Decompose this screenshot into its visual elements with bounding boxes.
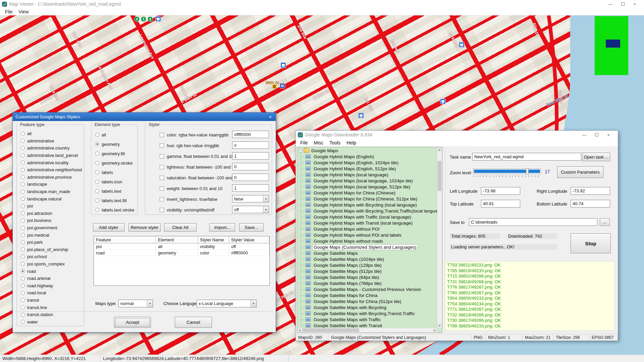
radio-icon[interactable] [21, 175, 25, 179]
tree-item[interactable]: Google Hybrid Maps with Bicycling (local… [298, 202, 437, 208]
stop-button[interactable]: Stop [571, 233, 611, 253]
tree-item[interactable]: Google Hybrid Maps (local language, 512p… [298, 184, 437, 190]
tree-item[interactable]: Google Satellite Maps (1024px tile) [298, 256, 437, 262]
table-row[interactable]: poi all visibility off [94, 243, 269, 250]
radio-icon[interactable] [21, 320, 25, 324]
radio-icon[interactable] [95, 189, 99, 193]
map-viewer-titlebar[interactable]: Map Viewer - C:\downloads\NewYork_red_ro… [0, 0, 644, 8]
radio-icon[interactable] [95, 152, 99, 156]
radio-icon[interactable] [21, 211, 25, 215]
radio-icon[interactable] [95, 142, 99, 146]
styler-value-field[interactable]: 1 ▼ [232, 152, 269, 160]
tree-item[interactable]: Google Satellite Maps (128px tile) [298, 262, 437, 268]
styler-value-field[interactable]: 0 ▼ [232, 174, 269, 181]
radio-icon[interactable] [95, 161, 99, 165]
radio-icon[interactable] [21, 240, 25, 244]
radio-icon[interactable] [21, 262, 25, 266]
element-type-option[interactable]: geometry [91, 139, 138, 149]
tree-item[interactable]: Google Hybrid Maps (local language, 1024… [298, 178, 437, 184]
styler-checkbox[interactable] [160, 176, 164, 180]
minimize-icon[interactable]: — [582, 133, 586, 137]
feature-type-option[interactable]: poi.sports_complex [17, 260, 84, 268]
menu-item[interactable]: Help [343, 140, 359, 146]
feature-type-option[interactable]: landscape.man_made [17, 188, 84, 195]
feature-type-option[interactable]: poi.medical [17, 231, 84, 239]
feature-type-option[interactable]: administrative.land_parcel [17, 152, 84, 159]
tree-item[interactable]: Google Hybrid Maps with Traffic (local l… [298, 214, 437, 220]
feature-type-option[interactable]: administrative.locality [17, 159, 84, 166]
feature-type-option[interactable]: transit.line [17, 304, 84, 311]
menu-item[interactable]: Misc [311, 140, 327, 146]
close-icon[interactable]: × [633, 2, 636, 6]
browse-button[interactable]: ... [600, 218, 610, 226]
tree-item[interactable]: Google Satellite Maps - Customized Previ… [298, 286, 437, 292]
radio-icon[interactable] [21, 233, 25, 237]
menu-item[interactable]: File [2, 9, 16, 15]
styler-checkbox[interactable] [160, 197, 164, 201]
radio-icon[interactable] [21, 284, 25, 288]
tree-item[interactable]: Google Satellite Maps [298, 250, 437, 256]
right-longitude-input[interactable] [571, 187, 610, 195]
tree-item[interactable]: Google Hybrid Maps without roads [298, 238, 437, 244]
feature-type-option[interactable]: poi.government [17, 224, 84, 232]
element-type-option[interactable]: all [91, 130, 138, 139]
tree-item[interactable]: Google Hybrid Maps without POI [298, 226, 437, 232]
radio-icon[interactable] [21, 291, 25, 295]
styler-value-field[interactable]: # ▼ [232, 141, 269, 149]
element-type-option[interactable]: geometry.fill [91, 149, 138, 158]
download-log[interactable]: T793 38611/49233.png: OKT785 38619/49233… [445, 261, 614, 331]
tree-item[interactable]: Google Hybrid Maps with Bicycling,Transi… [298, 208, 437, 214]
element-type-option[interactable]: labels.text.stroke [91, 205, 138, 215]
radio-icon[interactable] [21, 277, 25, 281]
scroll-left-icon[interactable]: ◄ [298, 328, 302, 332]
accept-button[interactable]: Accept [114, 317, 151, 328]
radio-icon[interactable] [21, 161, 25, 165]
tree-item[interactable]: Google Hybrid Maps for China (Chinese) [298, 190, 437, 196]
tree-item[interactable]: Google Satellite Maps (64px tile) [298, 274, 437, 280]
minimize-icon[interactable]: — [608, 2, 612, 6]
tree-item[interactable]: Google Satellite Maps with Transit [298, 322, 437, 328]
radio-icon[interactable] [21, 204, 25, 208]
styler-value-field[interactable]: 0 ▼ [232, 163, 269, 170]
feature-type-option[interactable]: poi.attraction [17, 210, 84, 217]
feature-type-option[interactable]: administrative.neighborhood [17, 166, 84, 174]
scroll-up-icon[interactable]: ▲ [437, 147, 442, 152]
styler-checkbox[interactable] [160, 143, 164, 148]
styler-action-button[interactable]: Add styler [93, 223, 124, 232]
styler-action-button[interactable]: Import... [209, 223, 235, 232]
tree-item[interactable]: Google Hybrid Maps for China (Chinese, 5… [298, 196, 437, 202]
feature-type-option[interactable]: landscape [17, 181, 84, 188]
stylers-table[interactable]: Feature Element Styler Name Styler Value… [94, 236, 270, 286]
radio-icon[interactable] [21, 298, 25, 302]
radio-icon[interactable] [21, 313, 25, 317]
feature-type-option[interactable]: road.arterial [17, 275, 84, 282]
tree-horizontal-scrollbar[interactable]: ◄ ► [298, 328, 437, 332]
tree-root-item[interactable]: Google Maps [298, 147, 437, 154]
element-type-option[interactable]: geometry.stroke [91, 158, 138, 168]
feature-type-option[interactable]: road.local [17, 289, 84, 297]
scrollbar-thumb[interactable] [302, 328, 359, 332]
tree-item[interactable]: Google Satellite Maps with Bicycling [298, 304, 437, 310]
menu-item[interactable]: File [297, 140, 311, 146]
scrollbar-thumb[interactable] [438, 161, 441, 191]
radio-icon[interactable] [21, 197, 25, 201]
feature-type-option[interactable]: all [17, 130, 84, 137]
radio-icon[interactable] [21, 190, 25, 194]
radio-icon[interactable] [21, 154, 25, 158]
tree-vertical-scrollbar[interactable]: ▲ ▼ [437, 147, 442, 328]
cancel-button[interactable]: Cancel [175, 317, 212, 328]
styler-checkbox[interactable] [160, 186, 164, 191]
dropdown-arrow-icon[interactable]: ▼ [251, 300, 256, 307]
radio-icon[interactable] [21, 182, 25, 186]
element-type-option[interactable]: labels [91, 168, 138, 177]
styler-checkbox[interactable] [160, 133, 164, 137]
maximize-icon[interactable] [621, 2, 625, 6]
close-icon[interactable]: × [268, 114, 273, 120]
styler-action-button[interactable]: Save... [239, 223, 264, 232]
map-types-tree[interactable]: Google Maps Google Hybrid Maps (English)… [297, 147, 442, 333]
radio-icon[interactable] [95, 170, 99, 174]
table-row[interactable]: road geometry color #ffff0000 [94, 250, 269, 256]
stylers-dialog-titlebar[interactable]: Customized Google Maps Stylers × [13, 113, 276, 121]
tree-item[interactable]: Google Hybrid Maps (local language) [298, 172, 437, 178]
tree-item[interactable]: Google Satellite Maps with Bicycling,Tra… [298, 310, 437, 316]
